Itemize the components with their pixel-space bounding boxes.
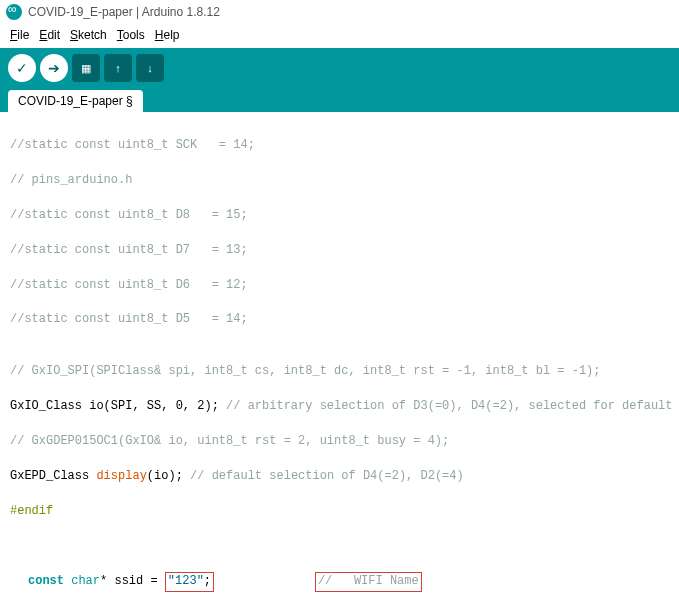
save-button[interactable]: ↓ <box>136 54 164 82</box>
code-line: // pins_arduino.h <box>10 172 669 189</box>
code-line: //static const uint8_t D8 = 15; <box>10 207 669 224</box>
menu-tools[interactable]: Tools <box>113 26 149 44</box>
window-title: COVID-19_E-paper | Arduino 1.8.12 <box>28 5 220 19</box>
code-line: GxEPD_Class display(io); // default sele… <box>10 468 669 485</box>
toolbar: ✓ ➔ ▦ ↑ ↓ <box>0 48 679 88</box>
ssid-comment-highlight: // WIFI Name <box>315 572 422 591</box>
code-line: // GxIO_SPI(SPIClass& spi, int8_t cs, in… <box>10 363 669 380</box>
title-bar: COVID-19_E-paper | Arduino 1.8.12 <box>0 0 679 24</box>
tab-bar: COVID-19_E-paper § <box>0 88 679 112</box>
code-line: //static const uint8_t D7 = 13; <box>10 242 669 259</box>
ssid-highlight: "123"; <box>165 572 214 591</box>
code-line: GxIO_Class io(SPI, SS, 0, 2); // arbitra… <box>10 398 669 415</box>
sketch-tab[interactable]: COVID-19_E-paper § <box>8 90 143 112</box>
menu-sketch[interactable]: Sketch <box>66 26 111 44</box>
verify-button[interactable]: ✓ <box>8 54 36 82</box>
code-line: // GxGDEP015OC1(GxIO& io, uint8_t rst = … <box>10 433 669 450</box>
open-button[interactable]: ↑ <box>104 54 132 82</box>
code-line: //static const uint8_t SCK = 14; <box>10 137 669 154</box>
upload-button[interactable]: ➔ <box>40 54 68 82</box>
new-button[interactable]: ▦ <box>72 54 100 82</box>
code-line: #endif <box>10 503 669 520</box>
menu-help[interactable]: Help <box>151 26 184 44</box>
code-line: //static const uint8_t D5 = 14; <box>10 311 669 328</box>
menu-bar: File Edit Sketch Tools Help <box>0 24 679 48</box>
code-line: //static const uint8_t D6 = 12; <box>10 277 669 294</box>
code-line-ssid: const char* ssid = "123"; // WIFI Name <box>10 572 669 591</box>
menu-file[interactable]: File <box>6 26 33 44</box>
arduino-icon <box>6 4 22 20</box>
menu-edit[interactable]: Edit <box>35 26 64 44</box>
code-editor[interactable]: //static const uint8_t SCK = 14; // pins… <box>0 112 679 600</box>
